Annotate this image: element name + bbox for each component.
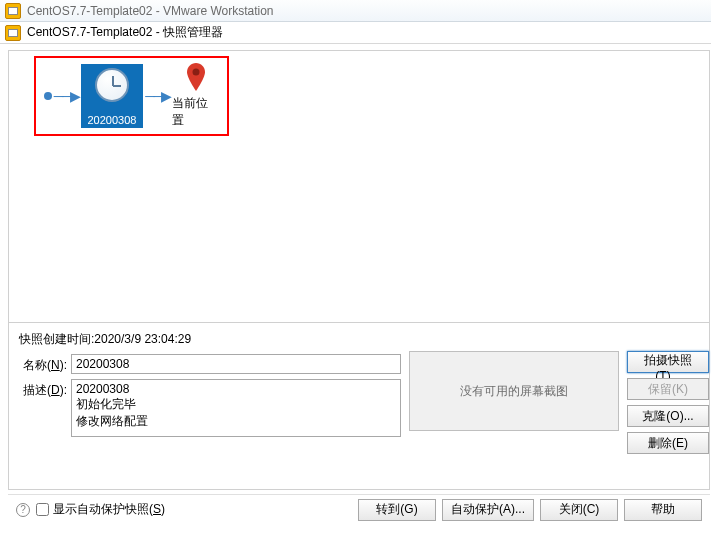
close-button[interactable]: 关闭(C): [540, 499, 618, 521]
keep-button: 保留(K): [627, 378, 709, 400]
clone-button[interactable]: 克隆(O)...: [627, 405, 709, 427]
sub-window-title: CentOS7.7-Template02 - 快照管理器: [27, 24, 223, 41]
sub-window-titlebar: CentOS7.7-Template02 - 快照管理器: [0, 22, 711, 44]
description-label: 描述(D):: [19, 379, 67, 399]
snapshot-details: 快照创建时间:2020/3/9 23:04:29 名称(N): 描述(D): 2…: [9, 323, 709, 450]
no-screenshot-label: 没有可用的屏幕截图: [460, 383, 568, 400]
vmware-icon: [5, 3, 21, 19]
delete-button[interactable]: 删除(E): [627, 432, 709, 454]
bottom-button-group: 转到(G) 自动保护(A)... 关闭(C) 帮助: [358, 499, 702, 521]
current-position-node[interactable]: 当前位置: [172, 63, 219, 129]
help-button[interactable]: 帮助: [624, 499, 702, 521]
highlight-annotation: ──▶ 20200308 ──▶ 当前位置: [34, 56, 229, 136]
side-button-group: 拍摄快照(T)... 保留(K) 克隆(O)... 删除(E): [627, 351, 709, 454]
show-autoprotect-checkbox-wrap[interactable]: 显示自动保护快照(S): [36, 501, 165, 518]
arrow-icon: ──▶: [145, 88, 170, 104]
svg-point-0: [192, 69, 199, 76]
arrow-icon: ──▶: [54, 88, 79, 104]
show-autoprotect-checkbox[interactable]: [36, 503, 49, 516]
window-title: CentOS7.7-Template02 - VMware Workstatio…: [27, 4, 274, 18]
bottom-bar: ? 显示自动保护快照(S) 转到(G) 自动保护(A)... 关闭(C) 帮助: [8, 494, 710, 524]
pin-icon: [187, 63, 205, 91]
main-titlebar: CentOS7.7-Template02 - VMware Workstatio…: [0, 0, 711, 22]
goto-button[interactable]: 转到(G): [358, 499, 436, 521]
description-input[interactable]: 20200308 初始化完毕 修改网络配置: [71, 379, 401, 437]
screenshot-preview: 没有可用的屏幕截图: [409, 351, 619, 431]
name-input[interactable]: [71, 354, 401, 374]
snapshot-tree-canvas[interactable]: ──▶ 20200308 ──▶ 当前位置: [9, 51, 709, 323]
start-node-icon: [44, 92, 52, 100]
current-position-label: 当前位置: [172, 95, 219, 129]
vmware-icon: [5, 25, 21, 41]
snapshot-manager-panel: ──▶ 20200308 ──▶ 当前位置 快照创建时间:2020/3/9 23…: [8, 50, 710, 490]
snapshot-node[interactable]: 20200308: [81, 64, 144, 128]
created-time-label: 快照创建时间:: [19, 332, 94, 346]
clock-icon: [95, 68, 129, 102]
autoprotect-button[interactable]: 自动保护(A)...: [442, 499, 534, 521]
checkbox-label: 显示自动保护快照(S): [53, 501, 165, 518]
name-label: 名称(N):: [19, 354, 67, 374]
snapshot-node-label: 20200308: [87, 114, 136, 126]
take-snapshot-button[interactable]: 拍摄快照(T)...: [627, 351, 709, 373]
created-time-row: 快照创建时间:2020/3/9 23:04:29: [19, 331, 699, 348]
created-time-value: 2020/3/9 23:04:29: [94, 332, 191, 346]
info-icon: ?: [16, 503, 30, 517]
